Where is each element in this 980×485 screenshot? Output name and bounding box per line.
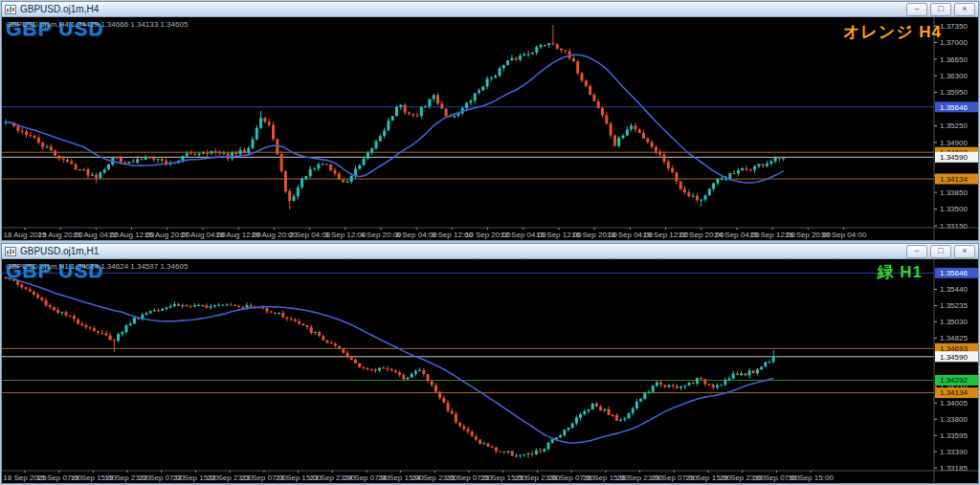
- svg-text:1.36650: 1.36650: [940, 55, 968, 64]
- svg-text:1.34005: 1.34005: [940, 399, 968, 408]
- chart-icon: [5, 5, 16, 14]
- svg-text:30 Sep 04:00: 30 Sep 04:00: [821, 231, 867, 239]
- window-title: GBPUSD.oj1m,H1: [20, 244, 99, 258]
- plot-area[interactable]: [2, 25, 934, 209]
- svg-text:1.34590: 1.34590: [940, 153, 968, 162]
- price-scale[interactable]: 1.373501.370001.366501.363001.359501.352…: [934, 17, 978, 240]
- svg-text:1.34590: 1.34590: [940, 353, 968, 362]
- chart-icon: [5, 247, 16, 256]
- time-scale[interactable]: 18 Aug 202519 Aug 20:0021 Aug 04:0022 Au…: [2, 228, 978, 239]
- close-button[interactable]: ×: [954, 3, 975, 16]
- svg-text:1.35030: 1.35030: [940, 318, 968, 326]
- svg-text:30 Sep 15:00: 30 Sep 15:00: [788, 474, 834, 482]
- svg-text:1.35646: 1.35646: [940, 103, 968, 112]
- mdi-workspace: { "app": { "window_buttons": [ {"name": …: [0, 0, 980, 485]
- svg-text:1.34292: 1.34292: [940, 376, 968, 385]
- chart-area-h1: 1.354401.352351.350301.348251.342101.340…: [2, 259, 978, 483]
- restore-button[interactable]: □: [930, 3, 951, 16]
- minimize-button[interactable]: −: [906, 245, 927, 258]
- svg-text:1.33800: 1.33800: [940, 415, 968, 424]
- svg-text:1.35950: 1.35950: [940, 88, 968, 97]
- svg-text:1.35440: 1.35440: [940, 285, 968, 294]
- close-button[interactable]: ×: [954, 245, 975, 258]
- plot-area[interactable]: [2, 273, 934, 458]
- svg-text:1.35235: 1.35235: [940, 301, 968, 310]
- price-scale[interactable]: 1.354401.352351.350301.348251.342101.340…: [934, 259, 978, 483]
- svg-text:1.34134: 1.34134: [940, 388, 968, 397]
- titlebar-h1[interactable]: GBPUSD.oj1m,H1 − □ ×: [2, 244, 978, 259]
- chart-window-h4: GBPUSD.oj1m,H4 − □ × 1.373501.370001.366…: [1, 1, 979, 241]
- svg-text:1.35250: 1.35250: [940, 121, 968, 130]
- chart-area-h4: 1.373501.370001.366501.363001.359501.352…: [2, 17, 978, 240]
- svg-text:1.33150: 1.33150: [940, 222, 968, 231]
- svg-text:1.37000: 1.37000: [940, 38, 968, 47]
- svg-text:1.33850: 1.33850: [940, 188, 968, 197]
- minimize-button[interactable]: −: [906, 3, 927, 16]
- time-scale[interactable]: 18 Sep 202519 Sep 07:0019 Sep 15:0019 Se…: [2, 471, 978, 482]
- window-title: GBPUSD.oj1m,H4: [20, 2, 99, 16]
- h1-chart-canvas[interactable]: 1.354401.352351.350301.348251.342101.340…: [2, 259, 978, 483]
- corner-label-h4: オレンジ H4: [843, 21, 942, 43]
- svg-text:1.34134: 1.34134: [940, 175, 968, 184]
- svg-text:1.36300: 1.36300: [940, 72, 968, 80]
- svg-text:1.34825: 1.34825: [940, 334, 968, 342]
- svg-text:1.33390: 1.33390: [940, 448, 968, 456]
- svg-text:1.33500: 1.33500: [940, 205, 968, 213]
- h4-chart-canvas[interactable]: 1.373501.370001.366501.363001.359501.352…: [2, 17, 978, 240]
- svg-text:1.33185: 1.33185: [940, 464, 968, 473]
- chart-window-h1: GBPUSD.oj1m,H1 − □ × 1.354401.352351.350…: [1, 243, 979, 484]
- svg-text:1.35646: 1.35646: [940, 269, 968, 277]
- svg-text:1.37350: 1.37350: [940, 22, 968, 31]
- window-controls: − □ ×: [906, 3, 975, 16]
- ohlc-info-line: GBPUSD.oj1m,H4 1.34429 1.34666 1.34133 1…: [6, 20, 188, 29]
- restore-button[interactable]: □: [930, 245, 951, 258]
- svg-text:1.34900: 1.34900: [940, 139, 968, 147]
- titlebar-h4[interactable]: GBPUSD.oj1m,H4 − □ ×: [2, 2, 978, 17]
- svg-text:1.33595: 1.33595: [940, 431, 968, 440]
- ohlc-info-line: GBPUSD.oj1m,H1 1.34614 1.34624 1.34597 1…: [6, 262, 188, 271]
- window-controls: − □ ×: [906, 245, 975, 258]
- corner-label-h1: 緑 H1: [878, 261, 923, 283]
